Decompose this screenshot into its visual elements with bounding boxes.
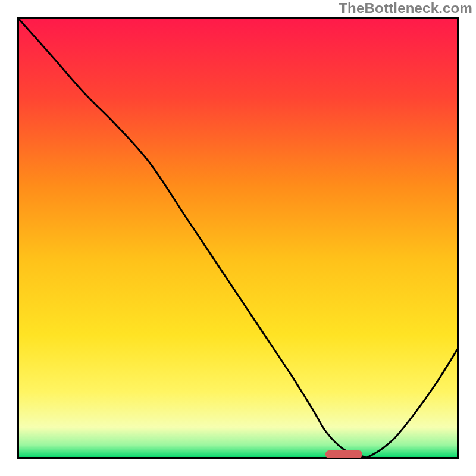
plot-gradient-background — [18, 18, 458, 458]
bottleneck-chart — [0, 0, 476, 476]
watermark-text: TheBottleneck.com — [339, 0, 472, 17]
chart-wrapper: TheBottleneck.com — [0, 0, 476, 476]
optimal-range-marker — [325, 450, 362, 458]
